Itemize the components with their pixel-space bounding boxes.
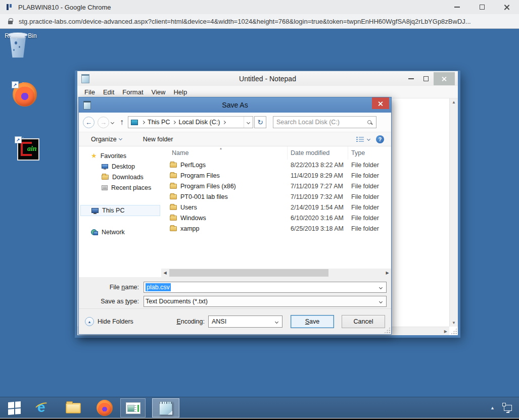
desktop-icon-cain[interactable]: ain ↗ Cain: [1, 136, 41, 143]
desktop-icon-firefox[interactable]: ↗ Firefox: [1, 81, 41, 88]
file-row-users[interactable]: Users 2/14/2019 1:54 AM File folder: [161, 202, 391, 213]
scroll-up-icon[interactable]: ▲: [452, 100, 456, 104]
view-dropdown-icon[interactable]: [367, 137, 370, 141]
file-date: 7/11/2019 7:27 AM: [288, 183, 348, 190]
menu-file[interactable]: File: [80, 88, 99, 96]
change-view-button[interactable]: [356, 136, 364, 142]
url-text[interactable]: stg.practice-labs.com/device-advanced.as…: [19, 18, 471, 25]
lock-icon[interactable]: [8, 21, 13, 24]
notepad-resize-grip[interactable]: [450, 328, 457, 335]
desktop-icon-recycle-bin[interactable]: Recycle Bin: [1, 32, 41, 39]
search-icon[interactable]: [367, 120, 371, 124]
menu-view[interactable]: View: [148, 88, 170, 96]
help-button[interactable]: ?: [376, 135, 384, 143]
save-as-footer: ▲ Hide Folders Encoding: ANSI Save Cance…: [79, 308, 391, 334]
organize-button[interactable]: Organize: [91, 136, 122, 143]
chevron-down-icon[interactable]: [379, 300, 383, 303]
file-name-label: File name:: [79, 284, 144, 291]
shortcut-arrow-icon: ↗: [13, 82, 17, 87]
chevron-down-icon[interactable]: [275, 320, 278, 324]
taskbar-file-explorer[interactable]: [63, 398, 84, 417]
save-button[interactable]: Save: [291, 315, 334, 328]
save-as-type-dropdown[interactable]: Text Documents (*.txt): [144, 296, 387, 307]
cancel-button[interactable]: Cancel: [342, 315, 385, 328]
history-dropdown-icon[interactable]: [111, 120, 114, 124]
address-breadcrumb[interactable]: This PC Local Disk (C:): [128, 116, 253, 128]
address-dropdown-button[interactable]: [244, 117, 253, 128]
file-list-horizontal-scrollbar[interactable]: ◀ ▶: [161, 269, 391, 277]
search-input[interactable]: [273, 119, 367, 126]
file-explorer-icon: [66, 403, 81, 413]
hide-folders-label[interactable]: Hide Folders: [98, 318, 133, 325]
file-list: ▲ Name Date modified Type PerfLogs 8/22/…: [161, 146, 391, 277]
chrome-maximize-button[interactable]: [469, 0, 494, 14]
back-button[interactable]: ←: [83, 117, 95, 128]
file-row-perflogs[interactable]: PerfLogs 8/22/2013 8:22 AM File folder: [161, 160, 391, 170]
sidebar-item-this-pc[interactable]: This PC: [80, 205, 160, 216]
file-name-value[interactable]: plab.csv: [146, 283, 171, 291]
file-date: 8/22/2013 8:22 AM: [288, 162, 348, 169]
taskbar-cain-running[interactable]: [120, 398, 146, 417]
menu-edit[interactable]: Edit: [99, 88, 118, 96]
notepad-maximize-button[interactable]: [418, 73, 434, 85]
menu-format[interactable]: Format: [118, 88, 147, 96]
save-as-close-button[interactable]: [372, 97, 389, 109]
notepad-titlebar[interactable]: Untitled - Notepad: [77, 71, 458, 86]
file-row-windows[interactable]: Windows 6/10/2020 3:16 AM File folder: [161, 213, 391, 223]
save-as-titlebar[interactable]: Save As: [79, 97, 391, 113]
chevron-down-icon[interactable]: [379, 286, 383, 289]
file-row-program-files[interactable]: Program Files 11/4/2019 8:29 AM File fol…: [161, 170, 391, 181]
scrollbar-thumb[interactable]: [169, 269, 328, 277]
refresh-button[interactable]: ↻: [254, 116, 266, 128]
taskbar-internet-explorer[interactable]: e: [31, 398, 53, 417]
up-arrow-icon: ↑: [120, 118, 124, 126]
file-row-xampp[interactable]: xampp 6/25/2019 3:18 AM File folder: [161, 223, 391, 234]
folder-icon: [170, 226, 177, 231]
sidebar-item-favorites[interactable]: ★ Favorites: [79, 150, 161, 161]
breadcrumb-local-disk[interactable]: Local Disk (C:): [178, 119, 220, 126]
notepad-minimize-button[interactable]: [403, 73, 418, 85]
show-hidden-icons-button[interactable]: ▲: [490, 405, 495, 410]
column-header-name[interactable]: Name: [161, 146, 288, 160]
sidebar-item-downloads[interactable]: ↓ Downloads: [79, 172, 161, 182]
start-button[interactable]: [4, 398, 24, 417]
encoding-dropdown[interactable]: ANSI: [208, 316, 282, 328]
file-name-input[interactable]: plab.csv: [144, 282, 387, 293]
sidebar-item-recent-places[interactable]: Recent places: [79, 182, 161, 193]
scroll-left-icon[interactable]: ◀: [161, 271, 169, 275]
scroll-down-icon[interactable]: ▼: [452, 321, 456, 325]
chrome-window-controls: [445, 0, 519, 14]
file-row-pt0-001-lab-files[interactable]: PT0-001 lab files 7/11/2019 7:32 AM File…: [161, 191, 391, 202]
chrome-urlbar[interactable]: stg.practice-labs.com/device-advanced.as…: [0, 14, 519, 29]
notepad-close-button[interactable]: [434, 72, 455, 85]
column-header-type[interactable]: Type: [348, 146, 391, 160]
column-header-date-modified[interactable]: Date modified: [288, 146, 348, 160]
notepad-vertical-scrollbar[interactable]: ▲ ▼: [449, 98, 458, 327]
chevron-down-icon: [119, 136, 122, 140]
hide-folders-button[interactable]: ▲: [85, 317, 94, 326]
maximize-icon: [423, 76, 429, 81]
file-date: 6/10/2020 3:16 AM: [288, 215, 348, 222]
chrome-close-button[interactable]: [494, 0, 519, 14]
sidebar-item-network[interactable]: Network: [79, 227, 161, 237]
up-one-level-button[interactable]: ↑: [120, 118, 124, 127]
menu-help[interactable]: Help: [169, 88, 191, 96]
screen-bottom-edge: [0, 418, 519, 420]
remote-desktop: Recycle Bin ↗ Firefox ain ↗ Cain Untitle…: [0, 29, 519, 397]
file-row-program-files-x86[interactable]: Program Files (x86) 7/11/2019 7:27 AM Fi…: [161, 181, 391, 191]
new-folder-button[interactable]: New folder: [143, 136, 173, 143]
file-date: 11/4/2019 8:29 AM: [288, 172, 348, 179]
scroll-right-icon[interactable]: ▶: [444, 329, 447, 334]
search-box[interactable]: [273, 116, 376, 128]
scroll-right-icon[interactable]: ▶: [384, 271, 391, 275]
practice-labs-favicon: [6, 4, 13, 11]
sort-ascending-icon[interactable]: ▲: [219, 147, 222, 150]
taskbar-notepad-active[interactable]: [152, 398, 179, 417]
network-tray-icon[interactable]: [504, 405, 512, 411]
forward-button[interactable]: →: [98, 117, 109, 128]
breadcrumb-this-pc[interactable]: This PC: [148, 119, 170, 126]
taskbar-firefox[interactable]: [94, 398, 115, 417]
chrome-minimize-button[interactable]: [445, 0, 469, 14]
sidebar-item-desktop[interactable]: Desktop: [79, 161, 161, 172]
recent-places-icon: [102, 185, 108, 190]
